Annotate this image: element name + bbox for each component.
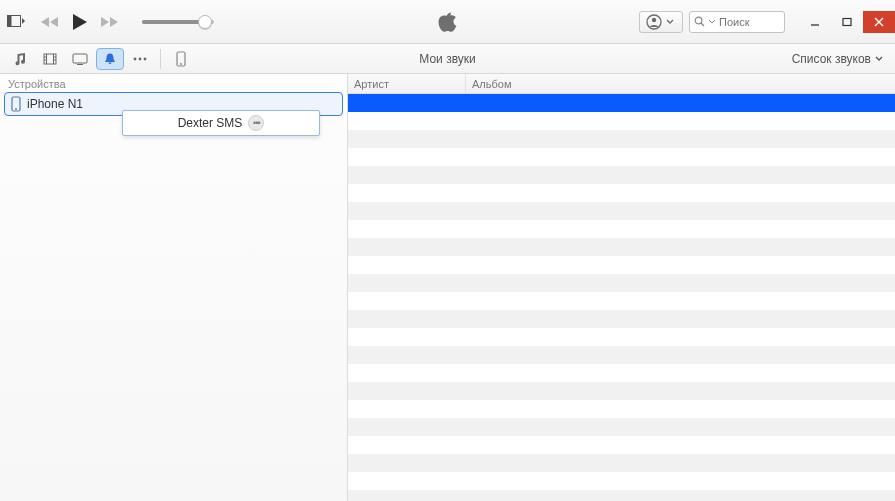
drag-preview: Dexter SMS ••• xyxy=(122,110,320,136)
table-row[interactable] xyxy=(348,166,895,184)
more-icon xyxy=(132,56,148,62)
account-button[interactable] xyxy=(639,11,683,33)
track-list xyxy=(348,94,895,501)
sidebar: Устройства iPhone N1 xyxy=(0,74,348,501)
chevron-down-icon xyxy=(666,18,674,26)
svg-point-21 xyxy=(144,57,147,60)
svg-rect-10 xyxy=(44,54,56,64)
music-icon xyxy=(13,52,27,66)
tab-movies[interactable] xyxy=(36,48,64,70)
svg-point-23 xyxy=(180,63,182,65)
svg-point-20 xyxy=(139,57,142,60)
phone-icon xyxy=(176,51,186,67)
table-row[interactable] xyxy=(348,184,895,202)
sidebar-section-label: Устройства xyxy=(0,74,347,92)
table-row[interactable] xyxy=(348,130,895,148)
svg-line-5 xyxy=(701,23,704,26)
search-input[interactable] xyxy=(719,16,779,28)
column-header-artist[interactable]: Артист xyxy=(348,74,466,93)
volume-slider[interactable] xyxy=(142,20,214,24)
table-row[interactable] xyxy=(348,490,895,501)
window-minimize-button[interactable] xyxy=(799,11,831,33)
film-icon xyxy=(43,52,57,66)
table-row[interactable] xyxy=(348,202,895,220)
svg-rect-7 xyxy=(843,18,851,25)
svg-point-3 xyxy=(652,17,656,21)
svg-rect-17 xyxy=(73,54,87,63)
table-row[interactable] xyxy=(348,220,895,238)
tv-icon xyxy=(72,53,88,65)
next-track-button[interactable] xyxy=(100,15,120,29)
svg-point-4 xyxy=(695,17,702,24)
table-row[interactable] xyxy=(348,346,895,364)
table-row[interactable] xyxy=(348,382,895,400)
table-row[interactable] xyxy=(348,364,895,382)
page-title: Мои звуки xyxy=(419,52,475,66)
chevron-down-icon xyxy=(709,18,715,26)
previous-track-button[interactable] xyxy=(40,15,60,29)
bell-icon xyxy=(103,52,117,66)
column-header-album[interactable]: Альбом xyxy=(466,74,895,93)
table-row[interactable] xyxy=(348,328,895,346)
device-button[interactable] xyxy=(167,48,195,70)
device-name: iPhone N1 xyxy=(27,97,83,111)
view-toggle-label: Список звуков xyxy=(792,52,871,66)
phone-icon xyxy=(11,96,21,112)
layout-menu-button[interactable] xyxy=(4,11,28,33)
table-row[interactable] xyxy=(348,292,895,310)
view-toggle[interactable]: Список звуков xyxy=(792,52,889,66)
tab-tvshows[interactable] xyxy=(66,48,94,70)
table-row[interactable] xyxy=(348,472,895,490)
drag-item-badge-icon: ••• xyxy=(248,115,264,131)
table-row[interactable] xyxy=(348,310,895,328)
window-close-button[interactable] xyxy=(863,11,895,33)
svg-point-19 xyxy=(134,57,137,60)
table-row[interactable] xyxy=(348,436,895,454)
play-button[interactable] xyxy=(72,13,88,31)
tab-tones[interactable] xyxy=(96,48,124,70)
svg-rect-1 xyxy=(8,15,12,26)
table-row[interactable] xyxy=(348,400,895,418)
search-icon xyxy=(694,16,705,27)
table-row[interactable] xyxy=(348,454,895,472)
table-row[interactable] xyxy=(348,94,895,112)
table-row[interactable] xyxy=(348,112,895,130)
window-maximize-button[interactable] xyxy=(831,11,863,33)
tab-more[interactable] xyxy=(126,48,154,70)
svg-point-25 xyxy=(15,108,17,110)
table-row[interactable] xyxy=(348,148,895,166)
apple-logo-icon xyxy=(438,10,458,34)
table-row[interactable] xyxy=(348,274,895,292)
toolbar-separator xyxy=(160,49,161,69)
chevron-down-icon xyxy=(875,55,883,63)
tab-music[interactable] xyxy=(6,48,34,70)
search-input-container[interactable] xyxy=(689,11,785,33)
table-row[interactable] xyxy=(348,418,895,436)
table-row[interactable] xyxy=(348,256,895,274)
table-row[interactable] xyxy=(348,238,895,256)
user-icon xyxy=(646,14,662,30)
drag-item-label: Dexter SMS xyxy=(178,116,243,130)
